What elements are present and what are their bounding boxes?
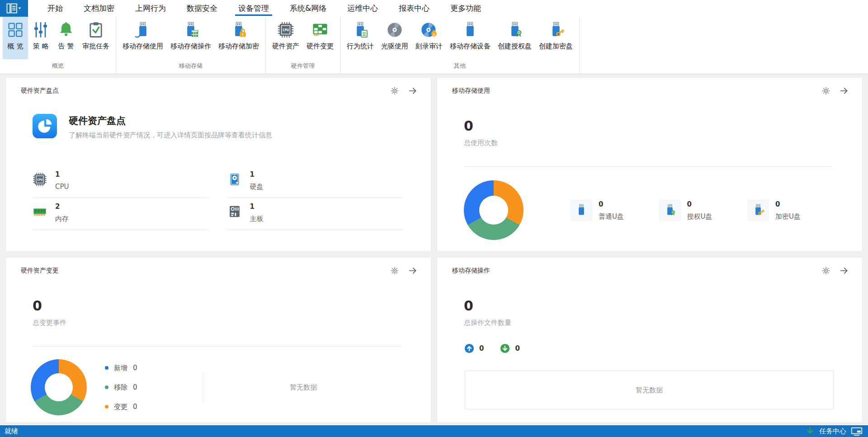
statusbar: 就绪 任务中心 — [0, 425, 868, 437]
usb-device-icon — [461, 21, 479, 39]
ribbon-item-hardware-change[interactable]: 硬件变更 — [303, 17, 337, 59]
menubar: 开始 文档加密 上网行为 数据安全 设备管理 系统&网络 运维中心 报表中心 更… — [0, 0, 868, 17]
hardware-stats: 1 CPU 1 硬盘 2 内存 1 — [32, 166, 403, 230]
stat-hard-disk: 1 硬盘 — [227, 166, 404, 198]
card-title: 移动存储使用 — [452, 87, 490, 95]
change-legend: 新增 0 移除 0 变更 0 — [105, 364, 156, 411]
menu-item-data-security[interactable]: 数据安全 — [176, 0, 228, 17]
card-storage-operation: 移动存储操作 0 总操作文件数量 0 0 暂无数据 — [437, 257, 863, 423]
card-storage-usage: 移动存储使用 0 总使用次数 0 普通U盘 — [437, 77, 863, 252]
empty-state-box: 暂无数据 — [465, 371, 834, 409]
menu-items: 开始 文档加密 上网行为 数据安全 设备管理 系统&网络 运维中心 报表中心 更… — [37, 0, 491, 17]
ribbon-item-create-authorized-disk[interactable]: 创建授权盘 — [494, 17, 535, 59]
arrow-right-icon[interactable] — [840, 266, 849, 275]
gear-icon[interactable] — [821, 86, 830, 95]
monitor-icon[interactable] — [851, 427, 863, 436]
ribbon-item-alert[interactable]: 告 警 — [53, 17, 79, 59]
menu-item-device-management[interactable]: 设备管理 — [228, 0, 279, 17]
card-title: 硬件资产盘点 — [21, 87, 59, 95]
ribbon-group-other: 行为统计 光驱使用 刻录审计 移动存储设备 创建授权盘 创建加密盘 — [340, 17, 580, 74]
total-change-label: 总变更事件 — [33, 319, 431, 327]
memory-icon — [32, 204, 47, 219]
ribbon-item-overview[interactable]: 概 览 — [3, 17, 28, 59]
total-usage-value: 0 — [464, 118, 862, 134]
ribbon-group-label: 其他 — [343, 59, 576, 74]
legend-changed: 变更 0 — [105, 403, 156, 411]
alert-bell-icon — [57, 21, 75, 39]
menu-item-web-behavior[interactable]: 上网行为 — [125, 0, 176, 17]
usb-plain-icon — [575, 203, 588, 217]
ribbon-item-cd-usage[interactable]: 光驱使用 — [377, 17, 412, 59]
ribbon-item-storage-device[interactable]: 移动存储设备 — [446, 17, 494, 59]
arrow-right-icon[interactable] — [408, 86, 417, 95]
menu-item-doc-encrypt[interactable]: 文档加密 — [73, 0, 125, 17]
gear-icon[interactable] — [390, 86, 399, 95]
total-operation-value: 0 — [464, 298, 862, 314]
status-ready-text: 就绪 — [5, 427, 18, 436]
ribbon-group-label: 概览 — [3, 59, 113, 74]
menu-item-system-network[interactable]: 系统&网络 — [279, 0, 337, 17]
legend-dot — [105, 385, 108, 389]
ribbon-group-label: 硬件管理 — [269, 59, 337, 74]
total-usage-label: 总使用次数 — [464, 139, 862, 147]
intro-title: 硬件资产盘点 — [69, 114, 272, 127]
ribbon-item-storage-operation[interactable]: 移动存储操作 — [167, 17, 215, 59]
upload-circle-icon — [464, 343, 474, 353]
divider — [464, 166, 832, 167]
usb-operation-icon — [182, 21, 200, 39]
usb-key-icon — [547, 21, 565, 39]
ribbon-toolbar: 概 览 策 略 告 警 审批任务 概览 移动存储使用 — [0, 17, 868, 74]
hard-disk-icon — [227, 172, 242, 187]
total-change-value: 0 — [33, 298, 431, 314]
cd-burn-icon — [420, 21, 438, 39]
empty-state-text: 暂无数据 — [203, 383, 404, 392]
operation-stats: 0 0 — [464, 343, 862, 353]
hardware-change-icon — [311, 21, 329, 39]
card-title: 硬件资产变更 — [21, 267, 59, 275]
ribbon-item-policy[interactable]: 策 略 — [28, 17, 53, 59]
card-title: 移动存储操作 — [452, 267, 490, 275]
card-hardware-inventory: 硬件资产盘点 硬件资产盘点 了解终端当前硬件资产情况，可进入详情页面按品牌等查看… — [5, 77, 431, 252]
approval-clipboard-icon — [87, 21, 105, 39]
ribbon-item-burn-audit[interactable]: 刻录审计 — [412, 17, 446, 59]
usb-authorize-icon — [663, 203, 677, 217]
stat-cpu: 1 CPU — [32, 166, 209, 198]
pie-chart-app-icon — [33, 113, 57, 139]
menu-item-report-center[interactable]: 报表中心 — [388, 0, 440, 17]
arrow-right-icon[interactable] — [840, 86, 849, 95]
arrow-right-icon[interactable] — [408, 266, 417, 275]
stat-motherboard: 1 主板 — [227, 198, 404, 230]
usage-donut-chart — [464, 180, 524, 240]
ribbon-item-hardware-asset[interactable]: 硬件资产 — [269, 17, 303, 59]
ribbon-item-create-encrypted-disk[interactable]: 创建加密盘 — [535, 17, 576, 59]
intro-description: 了解终端当前硬件资产情况，可进入详情页面按品牌等查看统计信息 — [69, 131, 272, 140]
ribbon-item-storage-usage[interactable]: 移动存储使用 — [119, 17, 167, 59]
task-center-link[interactable]: 任务中心 — [819, 427, 846, 436]
ribbon-item-approval-tasks[interactable]: 审批任务 — [79, 17, 113, 59]
menu-item-ops-center[interactable]: 运维中心 — [337, 0, 388, 17]
divider — [33, 346, 401, 347]
gear-icon[interactable] — [390, 266, 399, 275]
menu-item-more-features[interactable]: 更多功能 — [440, 0, 491, 17]
ribbon-group-label: 移动存储 — [119, 59, 263, 74]
ribbon-group-removable-storage: 移动存储使用 移动存储操作 移动存储加密 移动存储 — [116, 17, 266, 74]
ribbon-group-hardware: 硬件资产 硬件变更 硬件管理 — [266, 17, 340, 74]
usb-usage-icon — [134, 21, 152, 39]
legend-authorized-usb: 0 授权U盘 — [659, 199, 712, 221]
menu-item-start[interactable]: 开始 — [37, 0, 73, 17]
dashboard: 硬件资产盘点 硬件资产盘点 了解终端当前硬件资产情况，可进入详情页面按品牌等查看… — [0, 74, 868, 425]
task-download-icon — [806, 427, 815, 436]
overview-grid-icon — [6, 21, 24, 39]
ribbon-item-storage-encrypt[interactable]: 移动存储加密 — [215, 17, 263, 59]
ribbon-item-behavior-stats[interactable]: 行为统计 — [343, 17, 377, 59]
usb-stats-icon — [351, 21, 369, 39]
app-menu-button[interactable] — [0, 0, 28, 17]
gear-icon[interactable] — [821, 266, 830, 275]
change-donut-chart — [31, 359, 87, 415]
download-circle-icon — [500, 343, 510, 353]
usb-authorize-icon — [506, 21, 524, 39]
legend-encrypted-usb: 0 加密U盘 — [747, 199, 801, 221]
ribbon-group-overview: 概 览 策 略 告 警 审批任务 概览 — [0, 17, 116, 74]
card-hardware-change: 硬件资产变更 0 总变更事件 新增 0 移除 0 — [5, 257, 431, 423]
policy-sliders-icon — [32, 21, 50, 39]
